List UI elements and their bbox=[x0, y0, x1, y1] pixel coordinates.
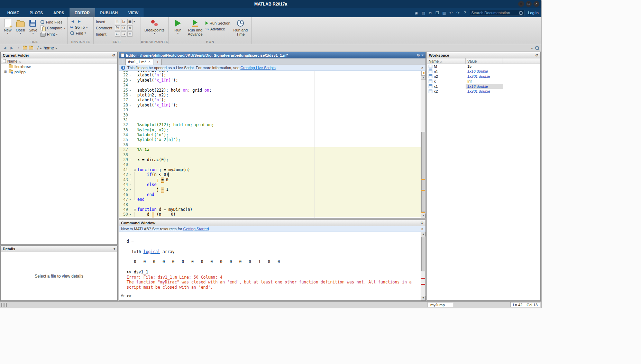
variable-row[interactable]: x21x201 double bbox=[427, 89, 540, 94]
variable-name-cell[interactable]: x bbox=[427, 79, 466, 84]
creating-live-scripts-link[interactable]: Creating Live Scripts bbox=[240, 66, 276, 70]
ribbon-tab-editor[interactable]: EDITOR bbox=[70, 8, 95, 17]
code-line-38[interactable]: 38 bbox=[119, 152, 425, 157]
banner-close-icon[interactable] bbox=[421, 227, 423, 231]
name-column-header[interactable]: Name bbox=[429, 59, 439, 63]
browse-folder-icon[interactable] bbox=[23, 46, 27, 49]
details-header[interactable]: Details bbox=[1, 246, 117, 252]
editor-tab[interactable]: dsv1_1.m* bbox=[125, 58, 153, 65]
warning-marker[interactable] bbox=[421, 179, 425, 180]
variable-name-cell[interactable]: x2 bbox=[427, 89, 466, 94]
code-line-48[interactable]: 48 bbox=[119, 202, 425, 207]
scrollbar-thumb[interactable] bbox=[421, 132, 425, 212]
ribbon-tab-view[interactable]: VIEW bbox=[123, 8, 144, 17]
panel-menu-icon[interactable] bbox=[112, 53, 115, 58]
mlint-indicator[interactable] bbox=[421, 71, 425, 75]
code-line-23[interactable]: 23-ylabel('x_1[n]'); bbox=[119, 78, 425, 83]
title-bar[interactable]: MATLAB R2017a bbox=[0, 0, 541, 8]
code-line-32[interactable]: 32%subplot(212); hold on; grid on; bbox=[119, 122, 425, 127]
login-link[interactable]: Log In bbox=[526, 11, 540, 15]
code-line-37[interactable]: 37%% 1a bbox=[119, 147, 425, 152]
comment-icon[interactable]: % bbox=[115, 25, 120, 30]
editor-header[interactable]: Editor - /home/philipp/Nextcloud/JKU/Sem… bbox=[119, 52, 425, 58]
code-line-43[interactable]: 43- j = 0 bbox=[119, 177, 425, 182]
code-line-44[interactable]: 44- else bbox=[119, 182, 425, 187]
new-folder-icon[interactable] bbox=[29, 46, 33, 49]
panel-menu-icon[interactable] bbox=[421, 221, 423, 225]
code-line-46[interactable]: 46 end bbox=[119, 192, 425, 197]
error-marker[interactable] bbox=[421, 284, 425, 285]
path-search-icon[interactable] bbox=[535, 46, 539, 50]
ribbon-tab-plots[interactable]: PLOTS bbox=[25, 8, 48, 17]
insert-function-icon[interactable]: fx bbox=[121, 19, 126, 24]
warning-marker[interactable] bbox=[421, 212, 425, 213]
folder-item[interactable]: philipp bbox=[1, 69, 117, 74]
code-line-42[interactable]: 42- if(n < 0) bbox=[119, 172, 425, 177]
variable-row[interactable]: xInf bbox=[427, 79, 540, 84]
panel-menu-icon[interactable] bbox=[535, 53, 538, 58]
scrollbar-thumb[interactable] bbox=[421, 237, 425, 271]
ribbon-tab-apps[interactable]: APPS bbox=[48, 8, 70, 17]
go-forward-icon[interactable]: ▶ bbox=[76, 19, 82, 24]
find-files-button[interactable]: Find Files bbox=[40, 20, 65, 24]
code-line-29[interactable]: 29 bbox=[119, 108, 425, 112]
getting-started-link[interactable]: Getting Started bbox=[183, 227, 209, 231]
code-line-36[interactable]: 36 bbox=[119, 142, 425, 147]
code-line-28[interactable]: 28-ylabel('x_1[n]'); bbox=[119, 103, 425, 108]
uncomment-icon[interactable]: ⊗ bbox=[127, 25, 132, 30]
scroll-down-icon[interactable] bbox=[421, 214, 425, 218]
minimize-icon[interactable] bbox=[518, 1, 524, 7]
outdent-icon[interactable]: ⇤ bbox=[115, 31, 120, 37]
variable-row[interactable]: x11x16 double bbox=[427, 84, 540, 89]
folder-item[interactable]: linuxbrew bbox=[1, 64, 117, 69]
ribbon-tab-publish[interactable]: PUBLISH bbox=[95, 8, 123, 17]
variable-value-cell[interactable]: 1x16 double bbox=[466, 69, 503, 74]
variable-value-cell[interactable]: 15 bbox=[466, 64, 503, 69]
fx-icon[interactable]: fx bbox=[120, 294, 124, 298]
current-folder-columns[interactable]: Name bbox=[1, 58, 117, 64]
code-line-30[interactable]: 30 bbox=[119, 113, 425, 118]
fold-icon[interactable] bbox=[132, 207, 137, 212]
current-folder-header[interactable]: Current Folder bbox=[1, 52, 117, 58]
name-column-header[interactable]: Name bbox=[7, 59, 17, 63]
smart-indent-icon[interactable]: ≡ bbox=[127, 31, 132, 37]
variable-name-cell[interactable]: n1 bbox=[427, 69, 466, 74]
fold-icon[interactable] bbox=[132, 167, 137, 172]
go-to-button[interactable]: Go To bbox=[70, 25, 91, 30]
code-line-34[interactable]: 34%xlabel('n'); bbox=[119, 132, 425, 137]
variable-name-cell[interactable]: x1 bbox=[427, 84, 466, 89]
command-prompt[interactable]: >> bbox=[127, 293, 131, 299]
variable-row[interactable]: n11x16 double bbox=[427, 69, 540, 74]
variable-name-cell[interactable]: M bbox=[427, 64, 466, 69]
code-line-47[interactable]: 47-end bbox=[119, 197, 425, 202]
collapse-icon[interactable] bbox=[113, 246, 115, 251]
code-editor[interactable]: 21-stem(n1, x1);22-xlabel('n');23-ylabel… bbox=[119, 71, 425, 218]
folder-icon[interactable]: ▤ bbox=[420, 10, 426, 16]
output-link[interactable]: logical bbox=[143, 249, 160, 254]
community-icon[interactable]: ◉ bbox=[413, 10, 419, 16]
run-section-button[interactable]: Run Section bbox=[205, 21, 230, 25]
code-line-22[interactable]: 22-xlabel('n'); bbox=[119, 73, 425, 77]
banner-close-icon[interactable] bbox=[421, 66, 423, 70]
scroll-up-icon[interactable] bbox=[421, 75, 425, 80]
command-window-scrollbar[interactable] bbox=[421, 232, 425, 300]
current-function-indicator[interactable]: myJump bbox=[428, 302, 453, 307]
ribbon-tab-home[interactable]: HOME bbox=[2, 8, 25, 17]
command-window-body[interactable]: d = 1×16 logical array 0 0 0 0 0 0 0 0 0… bbox=[119, 232, 425, 300]
panel-close-icon[interactable] bbox=[421, 53, 423, 58]
back-icon[interactable]: ◀ bbox=[2, 45, 8, 51]
variable-row[interactable]: n21x201 double bbox=[427, 74, 540, 79]
expand-icon[interactable] bbox=[3, 70, 7, 74]
print-button[interactable]: Print bbox=[40, 32, 65, 37]
breadcrumb-segment[interactable]: home bbox=[44, 46, 54, 50]
doc-search-box[interactable] bbox=[470, 10, 524, 16]
scroll-down-icon[interactable] bbox=[421, 296, 425, 300]
insert-annotation-icon[interactable]: ▣ bbox=[127, 19, 132, 24]
redo-icon[interactable]: ↷ bbox=[455, 10, 461, 16]
output-link[interactable]: File: dsv1_1.m Line: 50 Column: 4 bbox=[143, 275, 222, 280]
code-line-25[interactable]: 25-subplot(222); hold on; grid on; bbox=[119, 88, 425, 93]
run-and-advance-button[interactable]: Run and Advance bbox=[186, 18, 204, 39]
up-folder-icon[interactable]: ↑ bbox=[16, 45, 21, 51]
help-icon[interactable]: ? bbox=[462, 10, 468, 16]
find-button[interactable]: Find bbox=[70, 31, 91, 35]
